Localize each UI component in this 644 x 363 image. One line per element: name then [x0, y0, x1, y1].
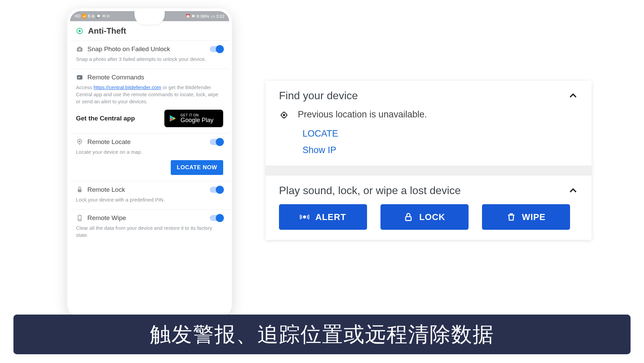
- remote-wipe-desc: Clear all the data from your device and …: [76, 224, 223, 239]
- device-card: Find your device Previous location is un…: [266, 81, 592, 240]
- locate-now-button[interactable]: LOCATE NOW: [171, 160, 223, 175]
- remote-lock-toggle[interactable]: [210, 187, 223, 193]
- svg-point-11: [79, 141, 80, 142]
- remote-wipe-toggle[interactable]: [210, 215, 223, 221]
- caption-text: 触发警报、追踪位置或远程清除数据: [150, 320, 494, 349]
- chevron-up-icon[interactable]: [568, 91, 578, 101]
- locate-icon: [76, 138, 83, 146]
- phone-screen: HD 📶 B ⊕ 💬 ✉ in ⏰ ✱ ⧉ 88% ▭ 3:02 Anti-Th…: [70, 11, 229, 315]
- snap-photo-label: Snap Photo on Failed Unlock: [87, 45, 206, 53]
- central-link[interactable]: https://central.bitdefender.com: [94, 84, 161, 90]
- status-right-icons: ⏰ ✱ ⧉: [186, 14, 199, 19]
- status-battery: 88%: [201, 14, 209, 19]
- svg-point-15: [283, 114, 285, 116]
- snap-photo-desc: Snap a photo after 3 failed attempts to …: [76, 56, 223, 63]
- locate-link[interactable]: LOCATE: [303, 129, 578, 139]
- get-central-app-label: Get the Central app: [76, 115, 135, 122]
- status-time: 3:02: [216, 14, 225, 19]
- alert-button[interactable]: ALERT: [279, 204, 367, 230]
- remote-commands-section: Remote Commands Access https://central.b…: [70, 69, 229, 134]
- play-lock-wipe-section: Play sound, lock, or wipe a lost device …: [266, 176, 592, 240]
- remote-lock-label: Remote Lock: [87, 186, 206, 193]
- lock-button-label: LOCK: [419, 212, 445, 222]
- svg-marker-9: [173, 117, 176, 120]
- svg-rect-13: [78, 215, 81, 221]
- app-title: Anti-Theft: [88, 26, 126, 36]
- remote-lock-desc: Lock your device with a predefined PIN.: [76, 196, 223, 203]
- lock-button[interactable]: LOCK: [380, 204, 469, 230]
- lock-icon: [76, 186, 83, 193]
- snap-photo-toggle[interactable]: [210, 46, 223, 52]
- find-device-section: Find your device Previous location is un…: [266, 81, 592, 166]
- snap-photo-section: Snap Photo on Failed Unlock Snap a photo…: [70, 41, 229, 69]
- remote-wipe-section: Remote Wipe Clear all the data from your…: [70, 210, 229, 245]
- remote-locate-desc: Locate your device on a map.: [76, 148, 223, 155]
- svg-rect-12: [78, 189, 82, 192]
- section-divider: [266, 166, 592, 176]
- checklist-icon: [76, 74, 83, 81]
- svg-point-3: [79, 48, 81, 50]
- play-lock-wipe-title: Play sound, lock, or wipe a lost device: [279, 184, 461, 197]
- remote-wipe-label: Remote Wipe: [87, 214, 206, 222]
- remote-commands-label: Remote Commands: [87, 74, 223, 81]
- show-ip-link[interactable]: Show IP: [303, 145, 578, 155]
- caption-banner: 触发警报、追踪位置或远程清除数据: [13, 315, 631, 354]
- location-message: Previous location is unavailable.: [298, 109, 427, 120]
- anti-theft-icon: [76, 27, 83, 35]
- camera-icon: [76, 45, 83, 53]
- chevron-up-icon[interactable]: [568, 186, 578, 196]
- remote-lock-section: Remote Lock Lock your device with a pred…: [70, 181, 229, 210]
- svg-point-17: [304, 216, 306, 218]
- wipe-icon: [76, 214, 83, 222]
- svg-point-1: [79, 30, 81, 32]
- play-big-text: Google Play: [180, 117, 213, 123]
- phone-notch: [134, 11, 165, 25]
- google-play-badge[interactable]: GET IT ON Google Play: [164, 110, 223, 127]
- find-device-title: Find your device: [279, 89, 358, 102]
- remote-locate-section: Remote Locate Locate your device on a ma…: [70, 134, 229, 181]
- wipe-button[interactable]: WIPE: [482, 204, 570, 230]
- wipe-button-label: WIPE: [522, 212, 546, 222]
- crosshair-icon: [280, 111, 288, 119]
- status-left-icons: HD 📶 B ⊕ 💬 ✉ in: [75, 14, 110, 19]
- remote-locate-toggle[interactable]: [210, 139, 223, 145]
- alert-button-label: ALERT: [315, 212, 346, 222]
- remote-commands-desc: Access https://central.bitdefender.com o…: [76, 84, 223, 105]
- svg-rect-4: [78, 47, 81, 48]
- remote-locate-label: Remote Locate: [87, 138, 206, 146]
- svg-rect-18: [406, 217, 411, 221]
- phone-mockup: HD 📶 B ⊕ 💬 ✉ in ⏰ ✱ ⧉ 88% ▭ 3:02 Anti-Th…: [67, 8, 232, 318]
